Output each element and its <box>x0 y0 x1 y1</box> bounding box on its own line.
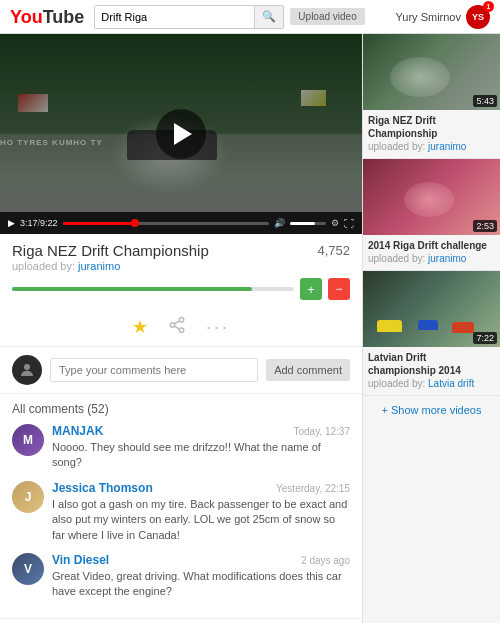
upload-button[interactable]: Upload video <box>290 8 364 25</box>
sb-uploader-link-1[interactable]: juranimo <box>428 141 466 152</box>
comment-input-area: Add comment <box>0 347 362 394</box>
share-button[interactable] <box>168 316 186 338</box>
video-title: Riga NEZ Drift Championship <box>12 242 209 259</box>
comment-avatar-vin: V <box>12 553 44 585</box>
header: YouTube 🔍 Upload video Yury Smirnov YS 1 <box>0 0 500 34</box>
time-display: 3:17/9:22 <box>20 218 58 228</box>
avatar[interactable]: YS 1 <box>466 5 490 29</box>
car2 <box>418 320 438 330</box>
notif-badge: 1 <box>483 1 494 12</box>
show-more-videos[interactable]: + Show more videos <box>363 396 500 424</box>
sidebar-title-2: 2014 Riga Drift challenge <box>368 239 495 252</box>
like-bar-row: + − <box>12 278 350 300</box>
search-button[interactable]: 🔍 <box>254 6 283 28</box>
uploaded-by-label: uploaded by: <box>12 260 75 272</box>
all-comments-label: All comments (52) <box>12 402 350 416</box>
like-progress-fill <box>12 287 252 291</box>
sidebar-uploader-1: uploaded by: juranimo <box>368 141 495 152</box>
comment-text-2: I also got a gash on my tire. Back passe… <box>52 497 350 543</box>
sidebar-info-2: 2014 Riga Drift challenge uploaded by: j… <box>363 235 500 270</box>
comment-time-3: 2 days ago <box>301 555 350 566</box>
sidebar-thumb-3: 7:22 <box>363 271 500 347</box>
left-content: HO TYRES KUMHO TY ▶ 3:17/9:22 <box>0 34 362 623</box>
more-button[interactable]: ··· <box>206 317 230 338</box>
comment-header-3: Vin Diesel 2 days ago <box>52 553 350 567</box>
comment-item: M MANJAK Today, 12:37 Noooo. They should… <box>12 424 350 471</box>
like-count: 4,752 <box>317 243 350 258</box>
comment-time-2: Yesterday, 22:15 <box>276 483 350 494</box>
comment-avatar-jessica: J <box>12 481 44 513</box>
car3 <box>452 322 474 333</box>
comment-item: J Jessica Thomson Yesterday, 22:15 I als… <box>12 481 350 543</box>
star-button[interactable]: ★ <box>132 316 148 338</box>
logo-red: You <box>10 7 43 27</box>
like-button[interactable]: + <box>300 278 322 300</box>
search-input[interactable] <box>95 6 254 28</box>
search-form: 🔍 <box>94 5 284 29</box>
svg-line-3 <box>174 326 179 329</box>
main-layout: HO TYRES KUMHO TY ▶ 3:17/9:22 <box>0 34 500 623</box>
sidebar-video-3[interactable]: 7:22 Latvian Drift championship 2014 upl… <box>363 271 500 396</box>
show-more-videos-icon: + <box>382 404 391 416</box>
car1 <box>377 320 402 332</box>
comment-avatar-manjak: M <box>12 424 44 456</box>
sb-duration-2: 2:53 <box>473 220 497 232</box>
sidebar-thumb-2: 2:53 <box>363 159 500 235</box>
comment-username-1: MANJAK <box>52 424 103 438</box>
sidebar-info-3: Latvian Drift championship 2014 uploaded… <box>363 347 500 395</box>
sb-duration-3: 7:22 <box>473 332 497 344</box>
uploader-link[interactable]: juranimo <box>78 260 120 272</box>
play-icon[interactable]: ▶ <box>8 218 15 228</box>
play-button[interactable] <box>156 109 206 159</box>
sidebar-video-1[interactable]: 5:43 Riga NEZ Drift Championship uploade… <box>363 34 500 159</box>
volume-icon: 🔊 <box>274 218 285 228</box>
sb-uploaded-label-2: uploaded by: <box>368 253 425 264</box>
share-icon <box>168 316 186 334</box>
svg-point-1 <box>170 323 175 328</box>
dislike-button[interactable]: − <box>328 278 350 300</box>
show-more-comments[interactable]: + Show more comments <box>0 618 362 623</box>
action-row: ★ ··· <box>0 310 362 347</box>
comment-time-1: Today, 12:37 <box>293 426 350 437</box>
svg-point-2 <box>179 328 184 333</box>
sidebar-video-2[interactable]: 2:53 2014 Riga Drift challenge uploaded … <box>363 159 500 271</box>
progress-dot <box>131 219 139 227</box>
settings-icon[interactable]: ⚙ <box>331 218 339 228</box>
sb-uploader-link-2[interactable]: juranimo <box>428 253 466 264</box>
sidebar-uploader-2: uploaded by: juranimo <box>368 253 495 264</box>
logo: YouTube <box>10 8 84 26</box>
video-info: Riga NEZ Drift Championship 4,752 upload… <box>0 234 362 310</box>
add-comment-button[interactable]: Add comment <box>266 359 350 381</box>
sb-uploader-link-3[interactable]: Latvia drift <box>428 378 474 389</box>
sb-uploaded-label-1: uploaded by: <box>368 141 425 152</box>
comment-text-1: Noooo. They should see me drifzzo!! What… <box>52 440 350 471</box>
thumb-smoke-2 <box>404 182 454 217</box>
play-triangle <box>174 123 192 145</box>
comment-header-1: MANJAK Today, 12:37 <box>52 424 350 438</box>
svg-point-5 <box>24 364 30 370</box>
comment-username-3: Vin Diesel <box>52 553 109 567</box>
video-player: HO TYRES KUMHO TY ▶ 3:17/9:22 <box>0 34 362 234</box>
comment-body-1: MANJAK Today, 12:37 Noooo. They should s… <box>52 424 350 471</box>
comment-text-3: Great Video, great driving. What modific… <box>52 569 350 600</box>
like-progress-bar <box>12 287 294 291</box>
fullscreen-icon[interactable]: ⛶ <box>344 218 354 229</box>
comment-body-2: Jessica Thomson Yesterday, 22:15 I also … <box>52 481 350 543</box>
progress-fill <box>63 222 135 225</box>
comment-text-input[interactable] <box>50 358 258 382</box>
comment-item: V Vin Diesel 2 days ago Great Video, gre… <box>12 553 350 600</box>
commenter-avatar <box>12 355 42 385</box>
comment-username-2: Jessica Thomson <box>52 481 153 495</box>
comment-header-2: Jessica Thomson Yesterday, 22:15 <box>52 481 350 495</box>
sidebar-thumb-1: 5:43 <box>363 34 500 110</box>
progress-bar[interactable] <box>63 222 269 225</box>
svg-line-4 <box>174 321 179 324</box>
logo-dark: Tube <box>43 7 85 27</box>
sidebar-title-3: Latvian Drift championship 2014 <box>368 351 495 377</box>
total-time: 9:22 <box>40 218 58 228</box>
sidebar-info-1: Riga NEZ Drift Championship uploaded by:… <box>363 110 500 158</box>
svg-point-0 <box>179 318 184 323</box>
comment-body-3: Vin Diesel 2 days ago Great Video, great… <box>52 553 350 600</box>
user-area: Yury Smirnov YS 1 <box>396 5 490 29</box>
volume-bar[interactable] <box>290 222 326 225</box>
